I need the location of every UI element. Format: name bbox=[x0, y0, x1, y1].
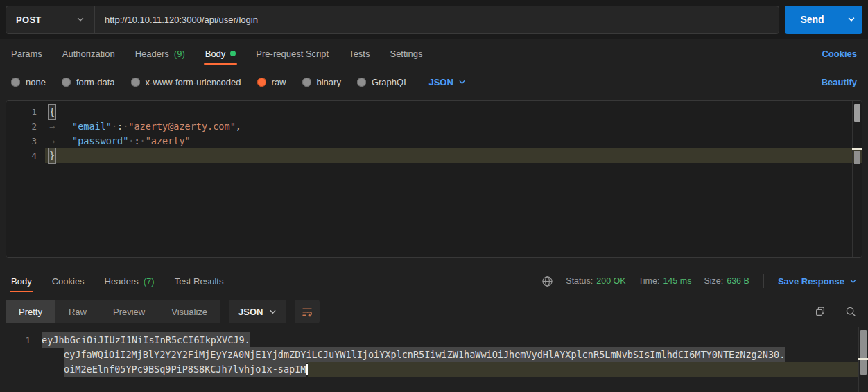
network-globe-icon[interactable] bbox=[541, 275, 553, 287]
close-brace: } bbox=[48, 148, 56, 164]
response-meta: Status: 200 OK Time: 145 ms Size: 636 B … bbox=[541, 274, 857, 288]
chevron-down-icon bbox=[458, 78, 466, 86]
copy-icon[interactable] bbox=[814, 305, 826, 318]
send-button-label: Send bbox=[785, 6, 840, 34]
size-badge: Size: 636 B bbox=[704, 276, 749, 286]
line-number: 1 bbox=[6, 105, 37, 119]
code-line: 1 { bbox=[6, 105, 862, 119]
response-tab-cookies[interactable]: Cookies bbox=[52, 266, 85, 296]
radio-icon bbox=[11, 78, 20, 87]
mode-x-www-form-urlencoded[interactable]: x-www-form-urlencoded bbox=[131, 77, 241, 87]
radio-icon bbox=[62, 78, 71, 87]
beautify-link[interactable]: Beautify bbox=[822, 77, 857, 87]
scrollbar-marker bbox=[854, 151, 860, 164]
line-number: 4 bbox=[6, 148, 37, 163]
response-headers-count: (7) bbox=[144, 276, 155, 287]
response-tab-headers[interactable]: Headers (7) bbox=[105, 266, 155, 296]
body-mode-row: none form-data x-www-form-urlencoded raw… bbox=[0, 68, 868, 96]
active-tab-underline bbox=[204, 63, 238, 65]
tab-body[interactable]: Body bbox=[205, 39, 236, 68]
request-tabs: Params Authorization Headers (9) Body Pr… bbox=[0, 39, 868, 68]
tab-params[interactable]: Params bbox=[11, 39, 42, 68]
request-body-editor[interactable]: 1 { 2 → "email" · : · "azerty@azerty.com… bbox=[6, 100, 862, 258]
view-raw[interactable]: Raw bbox=[55, 300, 100, 323]
time-badge: Time: 145 ms bbox=[639, 276, 692, 286]
cursor-position-marker bbox=[852, 148, 862, 150]
save-response-button[interactable]: Save Response bbox=[778, 276, 857, 287]
line-number: 3 bbox=[6, 134, 37, 148]
wrap-lines-button[interactable] bbox=[295, 300, 320, 323]
mode-raw[interactable]: raw bbox=[257, 77, 286, 87]
tab-headers[interactable]: Headers (9) bbox=[135, 39, 185, 68]
current-line-highlight bbox=[308, 362, 859, 377]
send-button[interactable]: Send bbox=[785, 6, 862, 34]
response-line: 1 eyJhbGciOiJIUzI1NiIsInR5cCI6IkpXVCJ9. bbox=[0, 333, 868, 348]
active-tab-underline bbox=[10, 291, 33, 292]
view-preview[interactable]: Preview bbox=[100, 300, 158, 323]
code-line: 3 → "password" · : · "azerty" bbox=[6, 134, 862, 148]
mode-none[interactable]: none bbox=[11, 77, 46, 87]
radio-icon bbox=[357, 78, 366, 87]
tab-authorization[interactable]: Authorization bbox=[62, 39, 115, 68]
method-label: POST bbox=[16, 15, 42, 25]
chevron-down-icon bbox=[269, 308, 277, 316]
editor-scrollbar[interactable] bbox=[852, 101, 862, 257]
raw-format-select[interactable]: JSON bbox=[428, 77, 465, 87]
mode-graphql[interactable]: GraphQL bbox=[357, 77, 408, 87]
chevron-down-icon bbox=[849, 278, 857, 285]
tab-settings[interactable]: Settings bbox=[390, 39, 422, 68]
response-scrollbar[interactable] bbox=[858, 327, 868, 392]
response-tab-test-results[interactable]: Test Results bbox=[175, 266, 224, 296]
code-line-current: 4 } bbox=[6, 148, 862, 163]
tab-tests[interactable]: Tests bbox=[349, 39, 370, 68]
radio-selected-icon bbox=[257, 78, 266, 87]
jwt-token-part-2: eyJfaWQiOiI2MjBlY2Y2Y2FiMjEyYzA0NjE1Yjdm… bbox=[64, 347, 785, 363]
response-tabs: Body Cookies Headers (7) Test Results St… bbox=[0, 266, 868, 296]
indent-marker: → bbox=[48, 134, 72, 148]
method-select[interactable]: POST bbox=[6, 6, 95, 33]
json-value: "azerty" bbox=[146, 134, 191, 148]
scrollbar-handle[interactable] bbox=[854, 104, 860, 122]
current-line-highlight bbox=[45, 148, 862, 163]
jwt-token-part-3: oiM2eElnf05YPc9BSq9PiP8S8KCJh7lvhjo1x-sa… bbox=[64, 361, 306, 377]
radio-icon bbox=[302, 78, 311, 87]
open-brace: { bbox=[48, 104, 56, 120]
search-icon[interactable] bbox=[844, 305, 857, 318]
json-key: "password" bbox=[72, 134, 128, 148]
json-key: "email" bbox=[72, 119, 112, 134]
body-has-content-dot bbox=[230, 51, 236, 56]
view-visualize[interactable]: Visualize bbox=[158, 300, 220, 323]
response-line-wrapped: oiM2eElnf05YPc9BSq9PiP8S8KCJh7lvhjo1x-sa… bbox=[0, 362, 868, 377]
url-group: POST http://10.10.11.120:3000/api/user/l… bbox=[6, 6, 779, 34]
response-format-select[interactable]: JSON bbox=[229, 300, 286, 323]
line-number: 2 bbox=[6, 119, 37, 134]
json-value: "azerty@azerty.com" bbox=[128, 119, 235, 134]
indent-marker: → bbox=[48, 119, 72, 134]
wrap-lines-icon bbox=[301, 305, 313, 318]
scrollbar-handle[interactable] bbox=[860, 330, 867, 375]
cookies-link[interactable]: Cookies bbox=[822, 49, 857, 59]
line-number: 1 bbox=[0, 333, 31, 348]
mode-binary[interactable]: binary bbox=[302, 77, 341, 87]
response-body-viewer[interactable]: 1 eyJhbGciOiJIUzI1NiIsInR5cCI6IkpXVCJ9. … bbox=[0, 327, 868, 392]
mode-form-data[interactable]: form-data bbox=[62, 77, 115, 87]
code-line: 2 → "email" · : · "azerty@azerty.com" , bbox=[6, 119, 862, 134]
response-line-wrapped: eyJfaWQiOiI2MjBlY2Y2Y2FiMjEyYzA0NjE1Yjdm… bbox=[0, 348, 868, 362]
response-tab-body[interactable]: Body bbox=[11, 266, 32, 296]
cursor-position-marker bbox=[858, 358, 868, 360]
jwt-token-part-1: eyJhbGciOiJIUzI1NiIsInR5cCI6IkpXVCJ9. bbox=[42, 332, 250, 348]
send-options-caret[interactable] bbox=[840, 6, 862, 34]
url-input[interactable]: http://10.10.11.120:3000/api/user/login bbox=[95, 6, 779, 33]
request-bar: POST http://10.10.11.120:3000/api/user/l… bbox=[0, 0, 868, 39]
view-switcher: Pretty Raw Preview Visualize bbox=[6, 300, 220, 323]
headers-count: (9) bbox=[174, 49, 185, 59]
chevron-down-icon bbox=[76, 15, 85, 24]
vertical-divider bbox=[763, 274, 764, 288]
response-toolbar: Pretty Raw Preview Visualize JSON bbox=[0, 296, 868, 327]
radio-icon bbox=[131, 78, 140, 87]
status-badge: Status: 200 OK bbox=[566, 276, 625, 286]
tab-pre-request-script[interactable]: Pre-request Script bbox=[256, 39, 329, 68]
view-pretty[interactable]: Pretty bbox=[6, 300, 55, 323]
response-tool-icons bbox=[814, 305, 857, 318]
